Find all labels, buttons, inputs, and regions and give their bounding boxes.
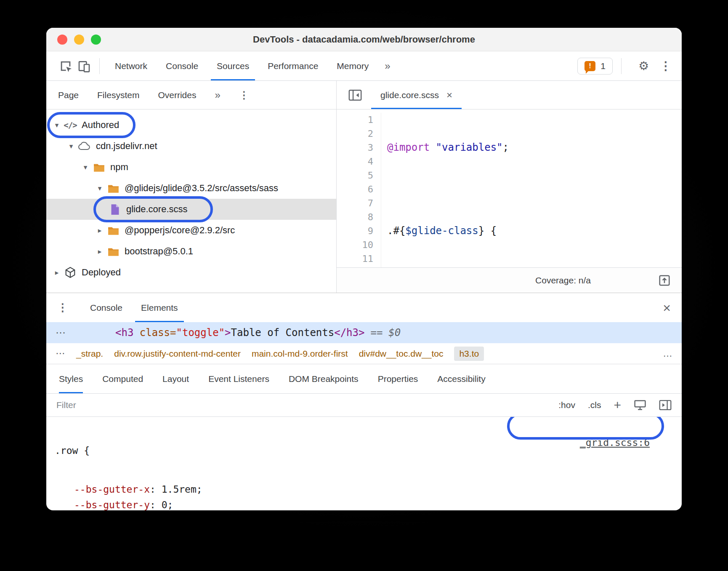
collapse-navigator-button[interactable] bbox=[348, 89, 362, 101]
reveal-icon bbox=[658, 274, 671, 287]
new-style-rule-button[interactable]: + bbox=[614, 398, 621, 412]
line-number[interactable]: 7 bbox=[337, 196, 373, 210]
line-number[interactable]: 9 bbox=[337, 224, 373, 238]
drawer-tab-console[interactable]: Console bbox=[81, 293, 132, 322]
tree-item-authored[interactable]: ▾ </> Authored bbox=[46, 115, 336, 136]
tab-performance[interactable]: Performance bbox=[258, 51, 327, 80]
folder-icon bbox=[106, 184, 120, 193]
tab-layout[interactable]: Layout bbox=[162, 364, 189, 393]
dock-left-icon bbox=[348, 89, 362, 101]
tree-item-cdn-jsdelivr[interactable]: ▾ cdn.jsdelivr.net bbox=[46, 136, 336, 157]
line-number[interactable]: 8 bbox=[337, 210, 373, 224]
close-icon[interactable]: × bbox=[446, 89, 452, 101]
line-number[interactable]: 10 bbox=[337, 238, 373, 252]
sources-panel: Page Filesystem Overrides » ⋮ ▾ </> Auth… bbox=[46, 81, 682, 293]
minimize-window-button[interactable] bbox=[74, 35, 84, 45]
tree-item-deployed[interactable]: ▸ Deployed bbox=[46, 262, 336, 283]
tab-dom-breakpoints[interactable]: DOM Breakpoints bbox=[289, 364, 359, 393]
breadcrumb-item-selected[interactable]: h3.to bbox=[454, 347, 484, 361]
chevron-right-icon: ▸ bbox=[93, 247, 106, 256]
styles-toolbar-buttons: :hov .cls + bbox=[558, 398, 672, 412]
tab-computed[interactable]: Computed bbox=[102, 364, 143, 393]
tab-styles[interactable]: Styles bbox=[59, 364, 83, 393]
css-property-value[interactable]: 1.5rem bbox=[162, 484, 197, 495]
line-number[interactable]: 6 bbox=[337, 182, 373, 196]
tree-item-label: @popperjs/core@2.9.2/src bbox=[125, 225, 235, 236]
breadcrumb-overflow-button[interactable]: ⋯ bbox=[56, 348, 65, 359]
settings-gear-button[interactable]: ⚙ bbox=[638, 59, 649, 73]
breadcrumb-item[interactable]: div.row.justify-content-md-center bbox=[114, 349, 241, 359]
element-classes-button[interactable]: .cls bbox=[588, 400, 601, 410]
device-toolbar-button[interactable] bbox=[75, 57, 93, 75]
breadcrumb-overflow-button[interactable]: … bbox=[663, 348, 672, 359]
tab-properties[interactable]: Properties bbox=[378, 364, 418, 393]
line-number[interactable]: 11 bbox=[337, 252, 373, 266]
tree-item-glide-core-scss[interactable]: glide.core.scss bbox=[46, 199, 336, 220]
elements-breadcrumbs: ⋯ _strap. div.row.justify-content-md-cen… bbox=[46, 343, 682, 364]
tree-item-popperjs[interactable]: ▸ @popperjs/core@2.9.2/src bbox=[46, 220, 336, 241]
more-tabs-button[interactable]: » bbox=[378, 60, 397, 72]
code-icon: </> bbox=[63, 120, 77, 130]
more-navigator-tabs-button[interactable]: » bbox=[215, 89, 220, 101]
brace: { bbox=[78, 443, 90, 459]
tab-sources[interactable]: Sources bbox=[207, 51, 258, 80]
cloud-icon bbox=[77, 141, 92, 151]
tab-overrides[interactable]: Overrides bbox=[158, 90, 196, 100]
tab-filesystem[interactable]: Filesystem bbox=[97, 90, 139, 100]
breadcrumb-item[interactable]: main.col-md-9.order-first bbox=[252, 349, 348, 359]
tree-item-label: npm bbox=[110, 162, 128, 173]
ellipsis-icon[interactable]: ⋯ bbox=[56, 327, 66, 339]
line-number[interactable]: 2 bbox=[337, 127, 373, 141]
line-number[interactable]: 5 bbox=[337, 168, 373, 182]
editor-tab-glide-core-scss[interactable]: glide.core.scss × bbox=[371, 81, 462, 109]
main-menu-kebab-button[interactable]: ⋮ bbox=[660, 59, 672, 73]
titlebar: DevTools - datacadamia.com/web/browser/c… bbox=[46, 28, 682, 51]
chevron-down-icon: ▾ bbox=[50, 121, 63, 130]
semicolon: ; bbox=[167, 499, 173, 510]
tab-memory[interactable]: Memory bbox=[327, 51, 378, 80]
toggle-element-state-button[interactable]: :hov bbox=[558, 400, 575, 410]
node-attr-name: class= bbox=[133, 327, 176, 339]
tree-item-npm[interactable]: ▾ npm bbox=[46, 157, 336, 178]
line-number[interactable]: 1 bbox=[337, 113, 373, 127]
tab-page[interactable]: Page bbox=[58, 90, 79, 100]
tab-accessibility[interactable]: Accessibility bbox=[437, 364, 485, 393]
css-property-value[interactable]: 0 bbox=[162, 499, 167, 510]
code-line bbox=[387, 182, 588, 196]
show-coverage-button[interactable] bbox=[658, 274, 671, 287]
zoom-window-button[interactable] bbox=[91, 35, 101, 45]
elements-selected-node[interactable]: ⋯ <h3 class="toggle">Table of Contents</… bbox=[46, 322, 682, 343]
annotation-grid-scss-link bbox=[507, 417, 664, 440]
device-toolbar-icon bbox=[77, 59, 91, 73]
navigator-kebab-button[interactable]: ⋮ bbox=[239, 89, 249, 101]
tree-item-glidejs-path[interactable]: ▾ @glidejs/glide@3.5.2/src/assets/sass bbox=[46, 178, 336, 199]
style-declaration: --bs-gutter-y: 0; bbox=[55, 497, 673, 510]
breadcrumb-item[interactable]: _strap. bbox=[76, 349, 103, 359]
node-open-tag: <h3 bbox=[115, 327, 133, 339]
issues-badge[interactable]: ! 1 bbox=[577, 58, 613, 75]
drawer-tab-elements[interactable]: Elements bbox=[132, 293, 187, 322]
drawer-kebab-button[interactable]: ⋮ bbox=[57, 301, 68, 314]
breadcrumb-item[interactable]: div#dw__toc.dw__toc bbox=[359, 349, 444, 359]
tab-network[interactable]: Network bbox=[106, 51, 157, 80]
css-property-name[interactable]: --bs-gutter-y bbox=[74, 499, 150, 510]
line-number[interactable]: 4 bbox=[337, 155, 373, 168]
inspect-element-button[interactable] bbox=[56, 57, 75, 75]
styles-filter-input[interactable] bbox=[56, 400, 233, 410]
node-bracket: > bbox=[225, 327, 231, 339]
tree-item-bootstrap[interactable]: ▸ bootstrap@5.0.1 bbox=[46, 241, 336, 262]
rule-source-link[interactable]: _grid.scss:6 bbox=[580, 437, 650, 448]
code-lines[interactable]: @import "variables"; .#{$glide-class} { … bbox=[381, 113, 588, 267]
toggle-styles-sidebar-button[interactable] bbox=[659, 400, 672, 411]
rendering-emulation-button[interactable] bbox=[634, 400, 646, 411]
tree-item-label: cdn.jsdelivr.net bbox=[96, 141, 157, 152]
toolbar-divider bbox=[99, 58, 100, 74]
close-window-button[interactable] bbox=[57, 35, 67, 45]
css-property-name[interactable]: --bs-gutter-x bbox=[74, 484, 150, 495]
line-number[interactable]: 3 bbox=[337, 141, 373, 155]
close-drawer-button[interactable]: × bbox=[663, 301, 671, 315]
tab-console[interactable]: Console bbox=[157, 51, 207, 80]
style-selector[interactable]: .row bbox=[55, 443, 78, 459]
tab-event-listeners[interactable]: Event Listeners bbox=[208, 364, 269, 393]
coverage-label: Coverage: n/a bbox=[535, 275, 591, 286]
